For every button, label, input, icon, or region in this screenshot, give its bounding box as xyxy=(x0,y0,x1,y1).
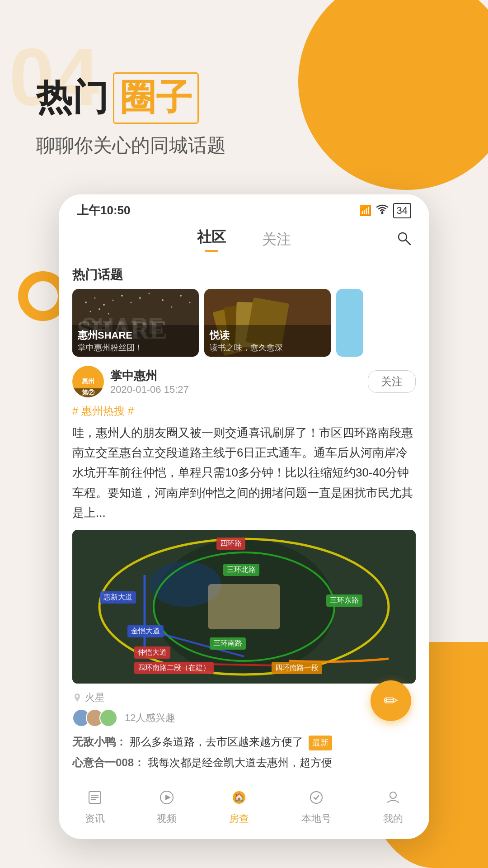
nav-news-label: 资讯 xyxy=(85,812,105,826)
title-part1: 热门 xyxy=(36,74,108,123)
map-container: 四环路 三环北路 惠新大道 三环东路 金恺大道 三环南路 仲恺大道 四环南路二段… xyxy=(72,530,416,684)
nav-profile-label: 我的 xyxy=(383,812,403,826)
topic-card-share[interactable]: SHARE SHARE 惠州SHARE 掌中惠州粉丝团！ xyxy=(72,289,199,357)
edit-icon: ✏ xyxy=(384,691,398,711)
post-location: 火星 xyxy=(72,691,416,704)
nav-video[interactable]: 视频 xyxy=(157,789,177,826)
follow-button[interactable]: 关注 xyxy=(368,370,416,393)
svg-point-6 xyxy=(103,304,105,306)
svg-point-16 xyxy=(90,311,91,312)
nav-video-label: 视频 xyxy=(157,812,177,826)
post-map-image: 四环路 三环北路 惠新大道 三环东路 金恺大道 三环南路 仲恺大道 四环南路二段… xyxy=(72,530,416,684)
engaged-count: 12人感兴趣 xyxy=(125,711,175,725)
status-icons: 📶 34 xyxy=(359,203,411,218)
nav-local-label: 本地号 xyxy=(301,812,331,826)
map-label-4ring-s1: 四环南路一段 xyxy=(272,662,322,674)
topic-card-read[interactable]: 悦读 读书之味，愈久愈深 xyxy=(204,289,331,357)
nav-news[interactable]: 资讯 xyxy=(85,789,105,826)
map-label-jinkai: 金恺大道 xyxy=(127,625,164,637)
avatar-badge: 第② xyxy=(72,388,104,397)
comment-1: 无敌小鸭： 那么多条道路，去市区越来越方便了 最新 xyxy=(59,733,429,750)
topic-subtitle-share: 掌中惠州粉丝团！ xyxy=(78,342,193,353)
bottom-nav: 资讯 视频 🏠 房查 xyxy=(59,781,429,830)
svg-point-13 xyxy=(171,307,173,308)
svg-point-17 xyxy=(99,308,100,310)
status-time: 上午10:50 xyxy=(77,203,131,218)
tab-community[interactable]: 社区 xyxy=(197,227,226,257)
local-icon xyxy=(308,789,324,809)
tab-following[interactable]: 关注 xyxy=(262,230,291,255)
topics-row: SHARE SHARE 惠州SHARE 掌中惠州粉丝团！ xyxy=(59,289,429,357)
comment-text-1: 那么多条道路，去市区越来越方便了 xyxy=(130,736,303,748)
profile-icon xyxy=(385,789,401,809)
svg-point-5 xyxy=(94,297,96,299)
map-label-3ring-n: 三环北路 xyxy=(223,564,259,576)
post-time: 2020-01-06 15:27 xyxy=(110,384,189,396)
topic-title-read: 悦读 xyxy=(210,329,325,342)
svg-point-14 xyxy=(180,295,182,297)
svg-point-8 xyxy=(121,295,123,297)
nav-home[interactable]: 🏠 房查 xyxy=(229,789,249,826)
wifi-icon xyxy=(376,204,389,217)
nav-tabs: 社区 关注 xyxy=(59,223,429,257)
svg-point-15 xyxy=(189,302,191,303)
topic-subtitle-read: 读书之味，愈久愈深 xyxy=(210,342,325,353)
home-icon: 🏠 xyxy=(231,789,247,809)
title-part2: 圈子 xyxy=(113,72,199,124)
svg-point-0 xyxy=(381,212,383,214)
battery-icon: 34 xyxy=(393,203,411,218)
svg-point-9 xyxy=(131,302,132,303)
svg-point-11 xyxy=(149,293,150,294)
svg-point-4 xyxy=(85,302,87,303)
svg-point-33 xyxy=(76,695,79,697)
svg-point-42 xyxy=(310,792,322,803)
nav-home-label: 房查 xyxy=(229,812,249,826)
post-engagers: 12人感兴趣 xyxy=(72,709,416,727)
map-label-zhongkai: 仲恺大道 xyxy=(134,646,170,659)
post-username: 掌中惠州 xyxy=(110,368,189,384)
signal-icon: 📶 xyxy=(359,205,371,217)
map-label-3ring-s: 三环南路 xyxy=(210,637,246,650)
svg-line-2 xyxy=(406,240,410,245)
post-content: 哇，惠州人的朋友圈又被一则交通喜讯刷屏了！市区四环路南段惠南立交至惠台立交段道路… xyxy=(72,423,416,523)
post-header: 惠州 第② 掌中惠州 2020-01-06 15:27 关注 xyxy=(72,366,416,397)
engager-avatars xyxy=(72,709,113,727)
header-section: 热门 圈子 聊聊你关心的同城话题 xyxy=(0,0,488,158)
nav-local[interactable]: 本地号 xyxy=(301,789,331,826)
svg-marker-39 xyxy=(165,795,171,800)
topic-card-extra[interactable] xyxy=(336,289,363,357)
post-user: 惠州 第② 掌中惠州 2020-01-06 15:27 xyxy=(72,366,189,397)
svg-point-12 xyxy=(162,299,164,301)
svg-point-10 xyxy=(139,297,141,299)
news-icon xyxy=(87,789,103,809)
page-title: 热门 圈子 xyxy=(36,72,452,124)
svg-point-43 xyxy=(390,792,396,798)
svg-rect-32 xyxy=(208,584,280,629)
map-label-huixin: 惠新大道 xyxy=(100,591,136,604)
post-avatar: 惠州 第② xyxy=(72,366,104,397)
topic-overlay-read: 悦读 读书之味，愈久愈深 xyxy=(204,325,331,357)
fab-compose-button[interactable]: ✏ xyxy=(371,680,411,721)
comment-2: 心意合一008： 我每次都是经金凯大道去惠州，超方便 xyxy=(59,754,429,771)
post-tags: # 惠州热搜 # xyxy=(72,404,416,418)
phone-mockup: 上午10:50 📶 34 社区 关注 xyxy=(59,194,429,839)
post-user-info: 掌中惠州 2020-01-06 15:27 xyxy=(110,368,189,396)
search-icon[interactable] xyxy=(397,231,411,249)
topic-title-share: 惠州SHARE xyxy=(78,329,193,342)
map-label-4ring: 四环路 xyxy=(216,538,245,550)
topic-overlay-share: 惠州SHARE 掌中惠州粉丝团！ xyxy=(72,325,199,357)
new-badge: 最新 xyxy=(309,736,332,750)
video-icon xyxy=(159,789,175,809)
comment-text-2: 我每次都是经金凯大道去惠州，超方便 xyxy=(148,756,332,769)
comment-user-2: 心意合一008： xyxy=(72,756,145,769)
svg-text:🏠: 🏠 xyxy=(234,793,244,802)
map-label-4ring-s2: 四环南路二段（在建） xyxy=(134,662,214,674)
comment-user-1: 无敌小鸭： xyxy=(72,736,127,748)
status-bar: 上午10:50 📶 34 xyxy=(59,194,429,223)
hot-topics-label: 热门话题 xyxy=(59,257,429,289)
map-label-3ring-e: 三环东路 xyxy=(326,594,362,607)
page-subtitle: 聊聊你关心的同城话题 xyxy=(36,133,452,158)
svg-point-7 xyxy=(113,300,114,301)
svg-point-18 xyxy=(108,313,109,315)
nav-profile[interactable]: 我的 xyxy=(383,789,403,826)
